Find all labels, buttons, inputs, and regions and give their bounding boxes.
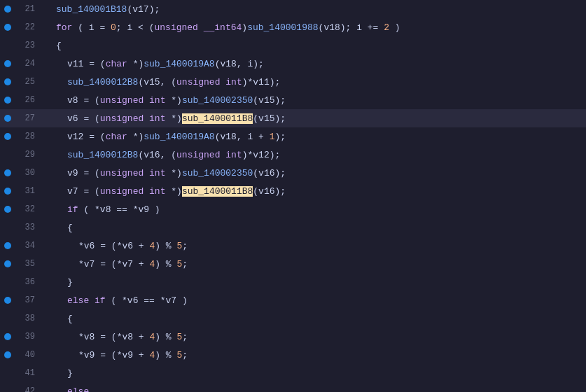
highlighted-function-31: sub_1400011B8 [182,186,253,197]
code-line-42: 42 else [0,382,586,392]
gutter-31: 31 [0,186,41,196]
line-content-21: sub_140001B18(v17); [41,4,160,15]
breakpoint-29[interactable] [4,151,11,158]
breakpoint-38[interactable] [4,315,11,322]
breakpoint-27[interactable] [4,115,11,122]
code-line-21: 21 sub_140001B18(v17); [0,0,586,18]
code-line-27: 27 v6 = (unsigned int *)sub_1400011B8(v1… [0,109,586,127]
breakpoint-30[interactable] [4,169,11,176]
code-line-35: 35 *v7 = (*v7 + 4) % 5; [0,255,586,273]
code-line-38: 38 { [0,309,586,328]
code-line-36: 36 } [0,273,586,291]
line-content-40: *v9 = (*v9 + 4) % 5; [41,350,188,360]
code-line-37: 37 else if ( *v6 == *v7 ) [0,291,586,309]
gutter-34: 34 [0,241,41,251]
gutter-42: 42 [0,386,41,392]
code-line-32: 32 if ( *v8 == *v9 ) [0,200,586,218]
line-content-30: v9 = (unsigned int *)sub_140002350(v16); [41,168,286,178]
line-content-35: *v7 = (*v7 + 4) % 5; [41,259,188,270]
line-content-39: *v8 = (*v8 + 4) % 5; [41,332,188,342]
gutter-21: 21 [0,4,41,14]
gutter-25: 25 [0,77,41,87]
breakpoint-25[interactable] [4,78,11,85]
gutter-35: 35 [0,259,41,269]
line-content-41: } [41,368,73,379]
gutter-24: 24 [0,59,41,69]
gutter-27: 27 [0,113,41,123]
code-line-31: 31 v7 = (unsigned int *)sub_1400011B8(v1… [0,182,586,200]
line-content-34: *v6 = (*v6 + 4) % 5; [41,241,188,251]
code-line-40: 40 *v9 = (*v9 + 4) % 5; [0,346,586,364]
line-content-29: sub_1400012B8(v16, (unsigned int)*v12); [41,150,280,160]
gutter-26: 26 [0,95,41,105]
line-content-32: if ( *v8 == *v9 ) [41,204,160,215]
gutter-30: 30 [0,168,41,178]
code-line-39: 39 *v8 = (*v8 + 4) % 5; [0,328,586,346]
breakpoint-24[interactable] [4,60,11,67]
breakpoint-33[interactable] [4,224,11,231]
breakpoint-36[interactable] [4,279,11,286]
gutter-41: 41 [0,368,41,378]
code-editor: 21 sub_140001B18(v17); 22 for ( i = 0; i… [0,0,586,392]
highlighted-function-27: sub_1400011B8 [182,113,253,124]
breakpoint-35[interactable] [4,260,11,267]
code-line-30: 30 v9 = (unsigned int *)sub_140002350(v1… [0,164,586,182]
gutter-37: 37 [0,295,41,305]
breakpoint-39[interactable] [4,333,11,340]
gutter-39: 39 [0,332,41,342]
breakpoint-23[interactable] [4,42,11,49]
code-line-22: 22 for ( i = 0; i < (unsigned __int64)su… [0,18,586,36]
line-content-25: sub_1400012B8(v15, (unsigned int)*v11); [41,77,280,88]
gutter-29: 29 [0,150,41,160]
breakpoint-32[interactable] [4,206,11,213]
line-content-26: v8 = (unsigned int *)sub_140002350(v15); [41,95,286,106]
code-line-33: 33 { [0,218,586,237]
code-line-25: 25 sub_1400012B8(v15, (unsigned int)*v11… [0,73,586,91]
line-content-42: else [41,386,89,393]
code-line-29: 29 sub_1400012B8(v16, (unsigned int)*v12… [0,146,586,164]
line-content-36: } [41,277,73,288]
code-line-26: 26 v8 = (unsigned int *)sub_140002350(v1… [0,91,586,109]
line-content-23: { [41,41,62,51]
gutter-28: 28 [0,132,41,141]
gutter-22: 22 [0,22,41,32]
gutter-23: 23 [0,41,41,50]
line-content-28: v12 = (char *)sub_1400019A8(v18, i + 1); [41,132,286,142]
code-line-28: 28 v12 = (char *)sub_1400019A8(v18, i + … [0,127,586,146]
breakpoint-34[interactable] [4,242,11,249]
breakpoint-37[interactable] [4,297,11,304]
line-content-27: v6 = (unsigned int *)sub_1400011B8(v15); [41,113,286,124]
code-line-34: 34 *v6 = (*v6 + 4) % 5; [0,237,586,255]
breakpoint-40[interactable] [4,351,11,358]
line-content-37: else if ( *v6 == *v7 ) [41,295,188,306]
gutter-33: 33 [0,223,41,232]
gutter-36: 36 [0,277,41,287]
breakpoint-28[interactable] [4,133,11,140]
line-content-22: for ( i = 0; i < (unsigned __int64)sub_1… [41,22,400,33]
line-content-24: v11 = (char *)sub_1400019A8(v18, i); [41,59,264,69]
line-content-33: { [41,223,73,233]
breakpoint-41[interactable] [4,370,11,377]
breakpoint-22[interactable] [4,24,11,31]
code-line-24: 24 v11 = (char *)sub_1400019A8(v18, i); [0,55,586,73]
line-content-31: v7 = (unsigned int *)sub_1400011B8(v16); [41,186,286,197]
breakpoint-31[interactable] [4,188,11,195]
gutter-32: 32 [0,204,41,214]
breakpoint-26[interactable] [4,97,11,104]
code-line-23: 23 { [0,36,586,55]
gutter-40: 40 [0,350,41,360]
gutter-38: 38 [0,314,41,323]
line-content-38: { [41,314,73,324]
code-line-41: 41 } [0,364,586,382]
breakpoint-42[interactable] [4,388,11,392]
breakpoint-21[interactable] [4,6,11,13]
